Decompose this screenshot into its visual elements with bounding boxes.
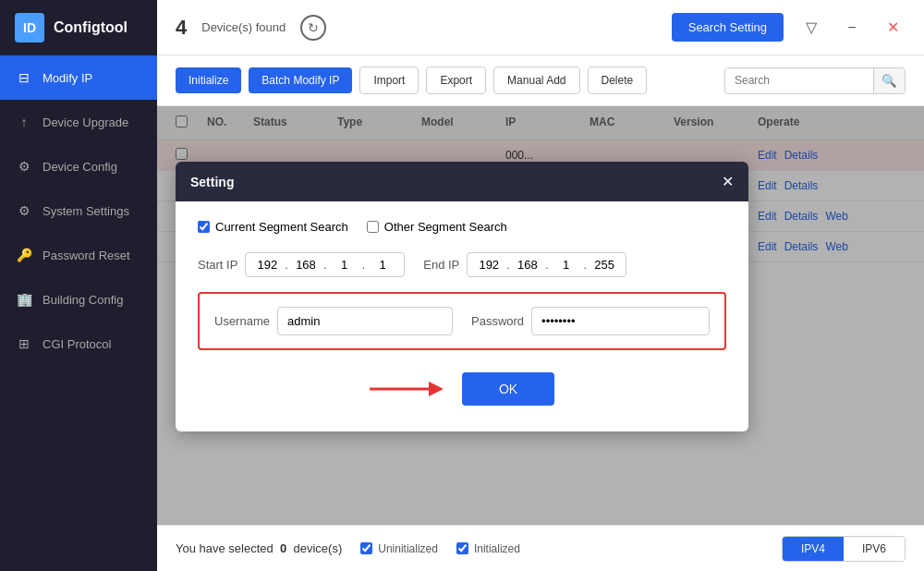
sidebar-item-device-upgrade[interactable]: ↑ Device Upgrade [0, 100, 157, 144]
password-group: Password [471, 307, 710, 335]
password-reset-icon: 🔑 [15, 246, 33, 264]
sidebar: ID Configtool ⊟ Modify IP ↑ Device Upgra… [0, 0, 157, 571]
start-ip-input: . . . [245, 252, 405, 277]
uninitialized-label: Uninitialized [378, 542, 438, 555]
bottom-bar: You have selected 0 device(s) Uninitiali… [157, 525, 924, 571]
uninitialized-checkbox[interactable] [360, 542, 372, 554]
search-icon-button[interactable]: 🔍 [873, 68, 905, 93]
table-area: NO. Status Type Model IP MAC Version Ope… [157, 106, 924, 525]
selected-info: You have selected 0 device(s) [176, 541, 342, 555]
start-ip-label: Start IP [198, 258, 237, 272]
dot4: . [506, 258, 510, 272]
device-upgrade-icon: ↑ [15, 113, 33, 131]
start-ip-d[interactable] [369, 258, 396, 272]
dot5: . [545, 258, 549, 272]
dot2: . [323, 258, 327, 272]
search-box: 🔍 [724, 67, 906, 94]
end-ip-c[interactable] [553, 258, 580, 272]
end-ip-label: End IP [423, 258, 459, 272]
toolbar: Initialize Batch Modify IP Import Export… [157, 55, 924, 106]
dialog-body: Current Segment Search Other Segment Sea… [176, 201, 748, 431]
current-segment-option: Current Segment Search [198, 220, 348, 234]
sidebar-item-password-reset[interactable]: 🔑 Password Reset [0, 233, 157, 277]
cgi-protocol-icon: ⊞ [15, 334, 33, 353]
sidebar-item-label: System Settings [43, 204, 129, 218]
sidebar-item-label: Password Reset [43, 249, 130, 262]
sidebar-item-modify-ip[interactable]: ⊟ Modify IP [0, 55, 157, 100]
red-arrow-svg [370, 378, 444, 400]
dialog-header: Setting ✕ [176, 162, 748, 201]
other-segment-option: Other Segment Search [367, 220, 507, 234]
uninitialized-filter: Uninitialized [360, 542, 438, 555]
password-input[interactable] [531, 307, 710, 335]
manual-add-button[interactable]: Manual Add [493, 67, 579, 94]
selected-text: You have selected [176, 541, 274, 555]
svg-marker-1 [429, 382, 444, 396]
end-ip-group: End IP . . . [423, 252, 626, 277]
close-button[interactable]: ✕ [880, 15, 906, 41]
system-settings-icon: ⚙ [15, 201, 33, 220]
sidebar-item-label: Modify IP [43, 71, 92, 85]
ip-range-row: Start IP . . . [198, 252, 726, 277]
start-ip-group: Start IP . . . [198, 252, 405, 277]
current-segment-checkbox[interactable] [198, 221, 210, 233]
device-unit: device(s) [293, 541, 342, 555]
device-count: 4 [176, 16, 187, 40]
start-ip-b[interactable] [292, 258, 320, 272]
start-ip-a[interactable] [253, 258, 281, 272]
ok-button[interactable]: OK [462, 372, 554, 406]
logo-icon: ID [15, 13, 44, 43]
selected-count: 0 [280, 541, 286, 555]
sidebar-item-system-settings[interactable]: ⚙ System Settings [0, 188, 157, 233]
end-ip-input: . . . [467, 252, 626, 277]
end-ip-d[interactable] [590, 258, 618, 272]
sidebar-item-building-config[interactable]: 🏢 Building Config [0, 277, 157, 322]
ipv6-toggle[interactable]: IPV6 [844, 537, 905, 561]
sidebar-item-label: Building Config [43, 293, 123, 307]
minimize-button[interactable]: ▽ [798, 15, 824, 41]
logo: ID Configtool [0, 0, 157, 55]
ipv4-toggle[interactable]: IPV4 [783, 537, 844, 561]
main-content: 4 Device(s) found ↻ Search Setting ▽ − ✕… [157, 0, 924, 571]
dot1: . [285, 258, 288, 272]
search-setting-button[interactable]: Search Setting [672, 13, 784, 42]
sidebar-item-cgi-protocol[interactable]: ⊞ CGI Protocol [0, 322, 157, 366]
sidebar-item-label: CGI Protocol [43, 337, 111, 351]
device-config-icon: ⚙ [15, 157, 33, 176]
ip-version-toggle: IPV4 IPV6 [782, 536, 906, 562]
initialized-checkbox[interactable] [456, 542, 468, 554]
batch-modify-ip-button[interactable]: Batch Modify IP [249, 67, 352, 93]
other-segment-checkbox[interactable] [367, 221, 379, 233]
export-button[interactable]: Export [426, 67, 486, 94]
dialog-title: Setting [190, 175, 234, 189]
start-ip-c[interactable] [331, 258, 359, 272]
sidebar-item-label: Device Config [43, 160, 117, 174]
other-segment-label: Other Segment Search [384, 220, 507, 234]
sidebar-item-label: Device Upgrade [43, 115, 128, 129]
initialized-label: Initialized [474, 542, 520, 555]
dialog-close-button[interactable]: ✕ [722, 173, 734, 190]
setting-dialog: Setting ✕ Current Segment Search Other S… [176, 162, 748, 431]
maximize-button[interactable]: − [839, 15, 865, 41]
username-group: Username [214, 307, 453, 335]
sidebar-item-device-config[interactable]: ⚙ Device Config [0, 144, 157, 188]
username-label: Username [214, 314, 270, 328]
end-ip-b[interactable] [514, 258, 541, 272]
building-config-icon: 🏢 [15, 290, 33, 309]
import-button[interactable]: Import [359, 67, 419, 94]
initialized-filter: Initialized [456, 542, 520, 555]
dot6: . [584, 258, 588, 272]
search-input[interactable] [725, 68, 873, 92]
end-ip-a[interactable] [475, 258, 503, 272]
dialog-overlay: Setting ✕ Current Segment Search Other S… [157, 106, 924, 525]
username-input[interactable] [277, 307, 453, 335]
delete-button[interactable]: Delete [588, 67, 648, 94]
initialize-button[interactable]: Initialize [176, 67, 241, 93]
dot3: . [362, 258, 366, 272]
device-found-text: Device(s) found [201, 20, 286, 34]
password-label: Password [471, 314, 524, 328]
refresh-button[interactable]: ↻ [300, 15, 326, 41]
segment-search-options: Current Segment Search Other Segment Sea… [198, 220, 726, 234]
arrow-icon [370, 378, 444, 400]
ok-row: OK [198, 369, 726, 413]
